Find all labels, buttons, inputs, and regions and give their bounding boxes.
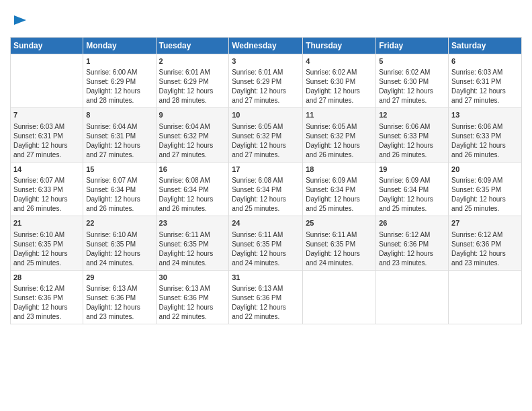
day-info: Sunrise: 6:07 AM Sunset: 6:34 PM Dayligh… <box>86 177 140 212</box>
day-cell: 3Sunrise: 6:01 AM Sunset: 6:29 PM Daylig… <box>229 54 303 108</box>
day-number: 19 <box>379 165 445 175</box>
header-cell-sunday: Sunday <box>11 38 83 54</box>
header-cell-monday: Monday <box>83 38 156 54</box>
day-number: 2 <box>159 56 226 66</box>
day-info: Sunrise: 6:01 AM Sunset: 6:29 PM Dayligh… <box>232 68 286 104</box>
day-cell <box>376 270 449 324</box>
day-cell: 17Sunrise: 6:08 AM Sunset: 6:34 PM Dayli… <box>229 162 303 216</box>
day-info: Sunrise: 6:05 AM Sunset: 6:32 PM Dayligh… <box>232 123 286 158</box>
day-info: Sunrise: 6:00 AM Sunset: 6:29 PM Dayligh… <box>86 68 140 104</box>
calendar-header: SundayMondayTuesdayWednesdayThursdayFrid… <box>11 38 522 54</box>
day-info: Sunrise: 6:13 AM Sunset: 6:36 PM Dayligh… <box>86 285 140 320</box>
day-info: Sunrise: 6:10 AM Sunset: 6:35 PM Dayligh… <box>86 231 140 267</box>
day-cell: 18Sunrise: 6:09 AM Sunset: 6:34 PM Dayli… <box>303 162 376 216</box>
day-number: 4 <box>306 56 373 66</box>
day-info: Sunrise: 6:10 AM Sunset: 6:35 PM Dayligh… <box>13 231 68 267</box>
day-number: 6 <box>451 56 519 66</box>
day-number: 14 <box>13 165 80 175</box>
day-info: Sunrise: 6:06 AM Sunset: 6:33 PM Dayligh… <box>379 123 433 158</box>
day-info: Sunrise: 6:09 AM Sunset: 6:35 PM Dayligh… <box>451 177 506 212</box>
day-info: Sunrise: 6:09 AM Sunset: 6:34 PM Dayligh… <box>379 177 433 212</box>
day-number: 24 <box>232 218 300 228</box>
day-info: Sunrise: 6:03 AM Sunset: 6:31 PM Dayligh… <box>13 123 68 158</box>
day-cell: 21Sunrise: 6:10 AM Sunset: 6:35 PM Dayli… <box>11 216 83 270</box>
day-cell <box>449 270 522 324</box>
day-number: 11 <box>306 110 373 120</box>
day-number: 31 <box>232 273 300 283</box>
day-number: 5 <box>379 56 445 66</box>
day-cell: 1Sunrise: 6:00 AM Sunset: 6:29 PM Daylig… <box>83 54 156 108</box>
day-cell: 16Sunrise: 6:08 AM Sunset: 6:34 PM Dayli… <box>156 162 229 216</box>
day-number: 8 <box>86 110 152 120</box>
day-info: Sunrise: 6:02 AM Sunset: 6:30 PM Dayligh… <box>306 68 360 104</box>
logo <box>10 10 28 30</box>
day-cell <box>11 54 83 108</box>
calendar-body: 1Sunrise: 6:00 AM Sunset: 6:29 PM Daylig… <box>11 54 522 324</box>
day-cell: 30Sunrise: 6:13 AM Sunset: 6:36 PM Dayli… <box>156 270 229 324</box>
day-cell: 13Sunrise: 6:06 AM Sunset: 6:33 PM Dayli… <box>449 108 522 162</box>
day-cell: 23Sunrise: 6:11 AM Sunset: 6:35 PM Dayli… <box>156 216 229 270</box>
header-cell-saturday: Saturday <box>449 38 522 54</box>
day-cell: 19Sunrise: 6:09 AM Sunset: 6:34 PM Dayli… <box>376 162 449 216</box>
day-info: Sunrise: 6:02 AM Sunset: 6:30 PM Dayligh… <box>379 68 433 104</box>
day-info: Sunrise: 6:13 AM Sunset: 6:36 PM Dayligh… <box>159 285 214 320</box>
day-cell: 4Sunrise: 6:02 AM Sunset: 6:30 PM Daylig… <box>303 54 376 108</box>
day-cell: 8Sunrise: 6:04 AM Sunset: 6:31 PM Daylig… <box>83 108 156 162</box>
day-cell: 31Sunrise: 6:13 AM Sunset: 6:36 PM Dayli… <box>229 270 303 324</box>
day-cell: 7Sunrise: 6:03 AM Sunset: 6:31 PM Daylig… <box>11 108 83 162</box>
day-info: Sunrise: 6:13 AM Sunset: 6:36 PM Dayligh… <box>232 285 286 320</box>
day-cell: 26Sunrise: 6:12 AM Sunset: 6:36 PM Dayli… <box>376 216 449 270</box>
day-cell: 14Sunrise: 6:07 AM Sunset: 6:33 PM Dayli… <box>11 162 83 216</box>
week-row-5: 28Sunrise: 6:12 AM Sunset: 6:36 PM Dayli… <box>11 270 522 324</box>
day-cell <box>303 270 376 324</box>
day-cell: 24Sunrise: 6:11 AM Sunset: 6:35 PM Dayli… <box>229 216 303 270</box>
header-cell-wednesday: Wednesday <box>229 38 303 54</box>
svg-marker-0 <box>14 15 26 25</box>
day-info: Sunrise: 6:11 AM Sunset: 6:35 PM Dayligh… <box>159 231 214 267</box>
day-cell: 12Sunrise: 6:06 AM Sunset: 6:33 PM Dayli… <box>376 108 449 162</box>
day-number: 16 <box>159 165 226 175</box>
day-info: Sunrise: 6:03 AM Sunset: 6:31 PM Dayligh… <box>451 68 506 104</box>
day-cell: 20Sunrise: 6:09 AM Sunset: 6:35 PM Dayli… <box>449 162 522 216</box>
day-cell: 9Sunrise: 6:04 AM Sunset: 6:32 PM Daylig… <box>156 108 229 162</box>
header <box>10 10 522 30</box>
day-info: Sunrise: 6:04 AM Sunset: 6:32 PM Dayligh… <box>159 123 214 158</box>
day-info: Sunrise: 6:11 AM Sunset: 6:35 PM Dayligh… <box>306 231 360 267</box>
week-row-4: 21Sunrise: 6:10 AM Sunset: 6:35 PM Dayli… <box>11 216 522 270</box>
day-number: 3 <box>232 56 300 66</box>
day-number: 27 <box>451 218 519 228</box>
day-cell: 2Sunrise: 6:01 AM Sunset: 6:29 PM Daylig… <box>156 54 229 108</box>
day-info: Sunrise: 6:05 AM Sunset: 6:32 PM Dayligh… <box>306 123 360 158</box>
day-cell: 22Sunrise: 6:10 AM Sunset: 6:35 PM Dayli… <box>83 216 156 270</box>
day-cell: 11Sunrise: 6:05 AM Sunset: 6:32 PM Dayli… <box>303 108 376 162</box>
day-info: Sunrise: 6:12 AM Sunset: 6:36 PM Dayligh… <box>13 285 68 320</box>
day-number: 10 <box>232 110 300 120</box>
day-number: 12 <box>379 110 445 120</box>
day-number: 25 <box>306 218 373 228</box>
day-number: 26 <box>379 218 445 228</box>
day-info: Sunrise: 6:08 AM Sunset: 6:34 PM Dayligh… <box>159 177 214 212</box>
day-number: 13 <box>451 110 519 120</box>
day-info: Sunrise: 6:11 AM Sunset: 6:35 PM Dayligh… <box>232 231 286 267</box>
day-number: 23 <box>159 218 226 228</box>
day-number: 15 <box>86 165 152 175</box>
day-cell: 25Sunrise: 6:11 AM Sunset: 6:35 PM Dayli… <box>303 216 376 270</box>
day-number: 30 <box>159 273 226 283</box>
day-info: Sunrise: 6:12 AM Sunset: 6:36 PM Dayligh… <box>379 231 433 267</box>
day-number: 1 <box>86 56 152 66</box>
day-info: Sunrise: 6:04 AM Sunset: 6:31 PM Dayligh… <box>86 123 140 158</box>
day-info: Sunrise: 6:12 AM Sunset: 6:36 PM Dayligh… <box>451 231 506 267</box>
week-row-2: 7Sunrise: 6:03 AM Sunset: 6:31 PM Daylig… <box>11 108 522 162</box>
header-cell-tuesday: Tuesday <box>156 38 229 54</box>
day-info: Sunrise: 6:06 AM Sunset: 6:33 PM Dayligh… <box>451 123 506 158</box>
day-number: 9 <box>159 110 226 120</box>
day-info: Sunrise: 6:07 AM Sunset: 6:33 PM Dayligh… <box>13 177 68 212</box>
header-row: SundayMondayTuesdayWednesdayThursdayFrid… <box>11 38 522 54</box>
header-cell-friday: Friday <box>376 38 449 54</box>
day-number: 7 <box>13 110 80 120</box>
day-cell: 6Sunrise: 6:03 AM Sunset: 6:31 PM Daylig… <box>449 54 522 108</box>
day-number: 18 <box>306 165 373 175</box>
day-info: Sunrise: 6:01 AM Sunset: 6:29 PM Dayligh… <box>159 68 214 104</box>
week-row-1: 1Sunrise: 6:00 AM Sunset: 6:29 PM Daylig… <box>11 54 522 108</box>
day-number: 28 <box>13 273 80 283</box>
